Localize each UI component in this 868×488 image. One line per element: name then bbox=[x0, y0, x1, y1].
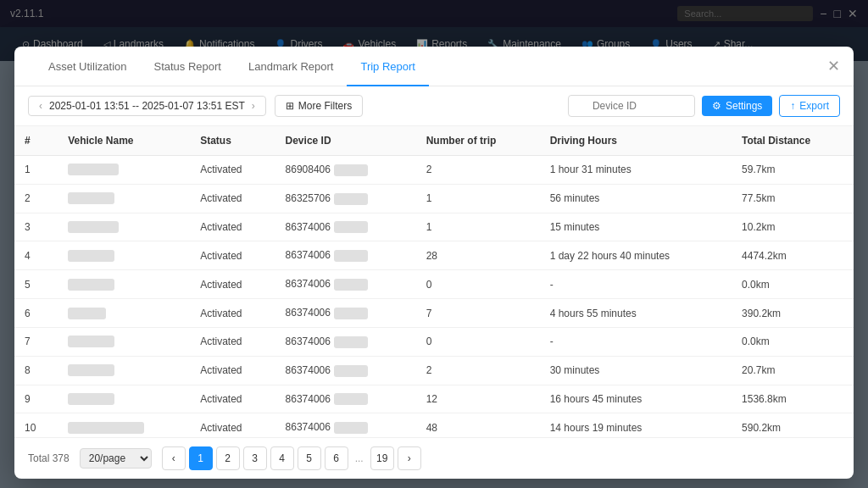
row-vehicle bbox=[58, 213, 190, 241]
tab-trip-report[interactable]: Trip Report bbox=[347, 47, 429, 86]
row-trips: 1 bbox=[416, 184, 540, 213]
row-status: Activated bbox=[190, 213, 275, 241]
row-driving-hours: 30 minutes bbox=[540, 356, 732, 385]
row-distance: 390.2km bbox=[732, 299, 854, 328]
row-num: 3 bbox=[14, 213, 58, 241]
col-device-id: Device ID bbox=[275, 126, 416, 156]
table-body: 1 Activated86908406 21 hour 31 minutes59… bbox=[14, 156, 854, 438]
table-row: 3 Activated86374006 115 minutes10.2km bbox=[14, 213, 854, 241]
row-device-id: 86374006 bbox=[275, 299, 416, 328]
row-driving-hours: 1 hour 31 minutes bbox=[540, 156, 732, 185]
row-driving-hours: 14 hours 19 minutes bbox=[540, 413, 732, 437]
row-device-id: 86908406 bbox=[275, 156, 416, 185]
tab-status-report[interactable]: Status Report bbox=[140, 47, 235, 86]
filter-icon: ⊞ bbox=[286, 100, 294, 112]
next-arrow[interactable]: › bbox=[250, 100, 257, 112]
pagination-prev[interactable]: ‹ bbox=[162, 446, 186, 470]
row-device-id: 86374006 bbox=[275, 385, 416, 413]
settings-button[interactable]: ⚙ Settings bbox=[702, 96, 772, 116]
tabs-container: Asset UtilizationStatus ReportLandmark R… bbox=[35, 47, 429, 86]
row-trips: 12 bbox=[416, 385, 540, 413]
table-row: 6 Activated86374006 74 hours 55 minutes3… bbox=[14, 299, 854, 328]
row-distance: 10.2km bbox=[732, 213, 854, 241]
modal-overlay: Asset UtilizationStatus ReportLandmark R… bbox=[0, 0, 868, 488]
device-search-input[interactable] bbox=[568, 95, 695, 117]
row-trips: 0 bbox=[416, 270, 540, 299]
row-trips: 2 bbox=[416, 156, 540, 185]
row-device-id: 86374006 bbox=[275, 327, 416, 356]
prev-arrow[interactable]: ‹ bbox=[37, 100, 44, 112]
row-status: Activated bbox=[190, 270, 275, 299]
modal: Asset UtilizationStatus ReportLandmark R… bbox=[14, 47, 854, 479]
row-num: 4 bbox=[14, 241, 58, 270]
row-distance: 77.5km bbox=[732, 184, 854, 213]
row-driving-hours: 16 hours 45 minutes bbox=[540, 385, 732, 413]
page-5[interactable]: 5 bbox=[298, 446, 321, 470]
page-size-select[interactable]: 20/page 50/page 100/page bbox=[80, 448, 152, 469]
tab-landmark-report[interactable]: Landmark Report bbox=[235, 47, 347, 86]
row-distance: 1536.8km bbox=[732, 385, 854, 413]
row-driving-hours: 4 hours 55 minutes bbox=[540, 299, 732, 328]
row-vehicle bbox=[58, 270, 190, 299]
row-trips: 48 bbox=[416, 413, 540, 437]
row-vehicle bbox=[58, 241, 190, 270]
row-vehicle bbox=[58, 327, 190, 356]
page-19[interactable]: 19 bbox=[370, 446, 394, 470]
row-driving-hours: 56 minutes bbox=[540, 184, 732, 213]
row-vehicle bbox=[58, 413, 190, 437]
search-wrap: 🔍 bbox=[568, 95, 695, 117]
export-label: Export bbox=[799, 100, 829, 112]
row-num: 1 bbox=[14, 156, 58, 185]
col-#: # bbox=[14, 126, 58, 156]
row-distance: 59.7km bbox=[732, 156, 854, 185]
page-3[interactable]: 3 bbox=[243, 446, 267, 470]
row-device-id: 86374006 bbox=[275, 270, 416, 299]
row-trips: 1 bbox=[416, 213, 540, 241]
row-status: Activated bbox=[190, 184, 275, 213]
row-trips: 28 bbox=[416, 241, 540, 270]
page-6[interactable]: 6 bbox=[325, 446, 348, 470]
more-filters-label: More Filters bbox=[298, 100, 352, 112]
row-device-id: 86374006 bbox=[275, 413, 416, 437]
table-row: 10 Activated86374006 4814 hours 19 minut… bbox=[14, 413, 854, 437]
page-4[interactable]: 4 bbox=[270, 446, 294, 470]
export-button[interactable]: ↑ Export bbox=[779, 95, 840, 117]
row-status: Activated bbox=[190, 327, 275, 356]
page-2[interactable]: 2 bbox=[216, 446, 240, 470]
row-status: Activated bbox=[190, 156, 275, 185]
date-navigator[interactable]: ‹ 2025-01-01 13:51 -- 2025-01-07 13:51 E… bbox=[28, 96, 266, 116]
trip-report-table: #Vehicle NameStatusDevice IDNumber of tr… bbox=[14, 126, 854, 437]
page-1[interactable]: 1 bbox=[189, 446, 213, 470]
pagination: Total 378 20/page 50/page 100/page ‹ 123… bbox=[14, 437, 854, 479]
table-row: 8 Activated86374006 230 minutes20.7km bbox=[14, 356, 854, 385]
row-vehicle bbox=[58, 156, 190, 185]
row-num: 5 bbox=[14, 270, 58, 299]
row-status: Activated bbox=[190, 413, 275, 437]
row-num: 10 bbox=[14, 413, 58, 437]
table-header: #Vehicle NameStatusDevice IDNumber of tr… bbox=[14, 126, 854, 156]
row-driving-hours: 15 minutes bbox=[540, 213, 732, 241]
row-vehicle bbox=[58, 385, 190, 413]
row-driving-hours: 1 day 22 hours 40 minutes bbox=[540, 241, 732, 270]
row-status: Activated bbox=[190, 299, 275, 328]
tab-asset-utilization[interactable]: Asset Utilization bbox=[35, 47, 140, 86]
more-filters-button[interactable]: ⊞ More Filters bbox=[275, 95, 363, 117]
row-distance: 0.0km bbox=[732, 327, 854, 356]
export-icon: ↑ bbox=[790, 100, 795, 112]
row-device-id: 86374006 bbox=[275, 213, 416, 241]
row-trips: 0 bbox=[416, 327, 540, 356]
pagination-total: Total 378 bbox=[28, 452, 70, 464]
table-row: 2 Activated86325706 156 minutes77.5km bbox=[14, 184, 854, 213]
pagination-next[interactable]: › bbox=[398, 446, 421, 470]
row-vehicle bbox=[58, 184, 190, 213]
table-row: 5 Activated86374006 0-0.0km bbox=[14, 270, 854, 299]
row-distance: 590.2km bbox=[732, 413, 854, 437]
row-num: 2 bbox=[14, 184, 58, 213]
modal-close-button[interactable]: ✕ bbox=[827, 58, 840, 74]
date-range-label: 2025-01-01 13:51 -- 2025-01-07 13:51 EST bbox=[49, 100, 245, 112]
row-distance: 20.7km bbox=[732, 356, 854, 385]
row-num: 9 bbox=[14, 385, 58, 413]
table-row: 1 Activated86908406 21 hour 31 minutes59… bbox=[14, 156, 854, 185]
table-row: 9 Activated86374006 1216 hours 45 minute… bbox=[14, 385, 854, 413]
col-status: Status bbox=[190, 126, 275, 156]
